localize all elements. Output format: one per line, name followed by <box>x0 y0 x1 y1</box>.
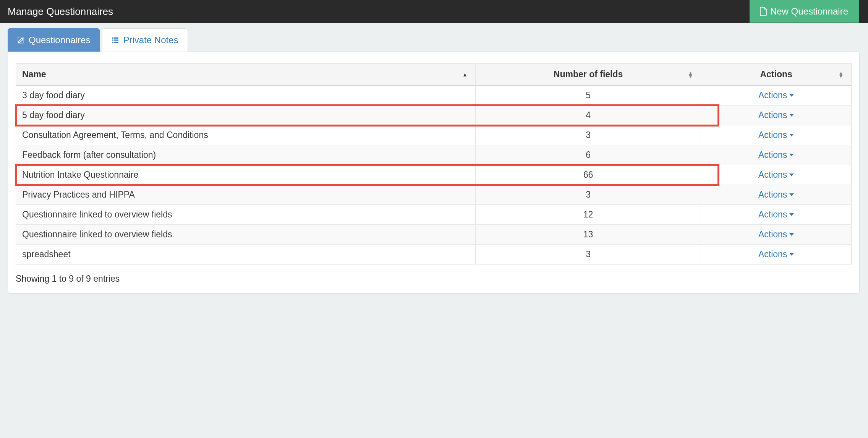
svg-rect-3 <box>112 40 113 41</box>
document-icon <box>760 7 767 16</box>
cell-fields: 3 <box>475 185 701 205</box>
cell-actions: Actions <box>701 125 852 145</box>
column-header-fields[interactable]: Number of fields ▲▼ <box>475 64 701 86</box>
tab-private-notes[interactable]: Private Notes <box>102 28 188 52</box>
caret-down-icon <box>789 233 794 236</box>
page-title: Manage Questionnaires <box>8 6 113 18</box>
cell-actions: Actions <box>701 145 852 165</box>
cell-actions: Actions <box>701 205 852 225</box>
cell-actions: Actions <box>701 245 852 264</box>
actions-dropdown[interactable]: Actions <box>758 249 794 260</box>
cell-fields: 66 <box>475 165 701 185</box>
cell-name: Nutrition Intake Questionnaire <box>16 165 476 185</box>
column-header-actions[interactable]: Actions ▲▼ <box>701 64 852 86</box>
caret-down-icon <box>789 94 794 97</box>
actions-label: Actions <box>758 90 787 101</box>
caret-down-icon <box>789 213 794 216</box>
cell-fields: 4 <box>475 105 701 125</box>
actions-label: Actions <box>758 190 787 200</box>
actions-label: Actions <box>758 130 787 140</box>
svg-rect-2 <box>114 37 118 39</box>
actions-dropdown[interactable]: Actions <box>758 190 794 200</box>
new-questionnaire-button[interactable]: New Questionnaire <box>750 0 859 23</box>
actions-dropdown[interactable]: Actions <box>758 130 794 140</box>
table-row: Feedback form (after consultation)6Actio… <box>16 145 852 165</box>
sort-asc-icon: ▲ <box>462 73 468 76</box>
caret-down-icon <box>789 154 794 156</box>
tabs: Questionnaires Private Notes <box>8 28 868 52</box>
cell-fields: 6 <box>475 145 701 165</box>
caret-down-icon <box>789 174 794 176</box>
caret-down-icon <box>789 193 794 196</box>
questionnaires-table: Name ▲ Number of fields ▲▼ Actions ▲▼ <box>16 63 852 264</box>
column-header-name[interactable]: Name ▲ <box>16 64 476 86</box>
tab-panel: Name ▲ Number of fields ▲▼ Actions ▲▼ <box>8 52 860 294</box>
list-icon <box>112 36 119 44</box>
caret-down-icon <box>789 253 794 256</box>
new-questionnaire-label: New Questionnaire <box>770 6 848 17</box>
actions-dropdown[interactable]: Actions <box>758 90 794 101</box>
svg-rect-1 <box>112 37 113 39</box>
cell-fields: 5 <box>475 85 701 105</box>
actions-dropdown[interactable]: Actions <box>758 110 794 120</box>
cell-name: Feedback form (after consultation) <box>16 145 476 165</box>
table-row: spreadsheet3Actions <box>16 245 852 264</box>
cell-name: spreadsheet <box>16 245 476 264</box>
cell-fields: 3 <box>475 125 701 145</box>
cell-name: Privacy Practices and HIPPA <box>16 185 476 205</box>
actions-dropdown[interactable]: Actions <box>758 229 794 240</box>
svg-rect-4 <box>114 40 118 41</box>
table-row: 3 day food diary5Actions <box>16 85 852 105</box>
cell-name: Questionnaire linked to overview fields <box>16 205 476 225</box>
tab-questionnaires-label: Questionnaires <box>29 35 90 45</box>
cell-name: 5 day food diary <box>16 105 476 125</box>
cell-fields: 13 <box>475 225 701 245</box>
cell-actions: Actions <box>701 225 852 245</box>
cell-fields: 12 <box>475 205 701 225</box>
cell-name: Questionnaire linked to overview fields <box>16 225 476 245</box>
tab-private-notes-label: Private Notes <box>123 35 178 45</box>
caret-down-icon <box>789 114 794 117</box>
caret-down-icon <box>789 134 794 136</box>
table-row: Questionnaire linked to overview fields1… <box>16 225 852 245</box>
actions-label: Actions <box>758 249 787 260</box>
svg-rect-6 <box>114 42 118 43</box>
cell-actions: Actions <box>701 165 852 185</box>
cell-actions: Actions <box>701 105 852 125</box>
table-row: Privacy Practices and HIPPA3Actions <box>16 185 852 205</box>
cell-fields: 3 <box>475 245 701 264</box>
cell-name: Consultation Agreement, Terms, and Condi… <box>16 125 476 145</box>
tab-questionnaires[interactable]: Questionnaires <box>8 28 100 52</box>
sort-icon: ▲▼ <box>838 71 844 78</box>
svg-rect-5 <box>112 42 113 43</box>
actions-label: Actions <box>758 170 787 180</box>
cell-name: 3 day food diary <box>16 85 476 105</box>
actions-dropdown[interactable]: Actions <box>758 150 794 160</box>
actions-label: Actions <box>758 209 787 220</box>
table-row: Nutrition Intake Questionnaire66Actions <box>16 165 852 185</box>
table-row: 5 day food diary4Actions <box>16 105 852 125</box>
actions-dropdown[interactable]: Actions <box>758 209 794 220</box>
page-header: Manage Questionnaires New Questionnaire <box>0 0 868 23</box>
actions-label: Actions <box>758 229 787 240</box>
actions-dropdown[interactable]: Actions <box>758 170 794 180</box>
edit-icon <box>17 36 25 44</box>
sort-icon: ▲▼ <box>688 71 693 78</box>
actions-label: Actions <box>758 110 787 120</box>
table-row: Consultation Agreement, Terms, and Condi… <box>16 125 852 145</box>
cell-actions: Actions <box>701 185 852 205</box>
table-row: Questionnaire linked to overview fields1… <box>16 205 852 225</box>
entries-info: Showing 1 to 9 of 9 entries <box>16 274 852 284</box>
actions-label: Actions <box>758 150 787 160</box>
cell-actions: Actions <box>701 85 852 105</box>
